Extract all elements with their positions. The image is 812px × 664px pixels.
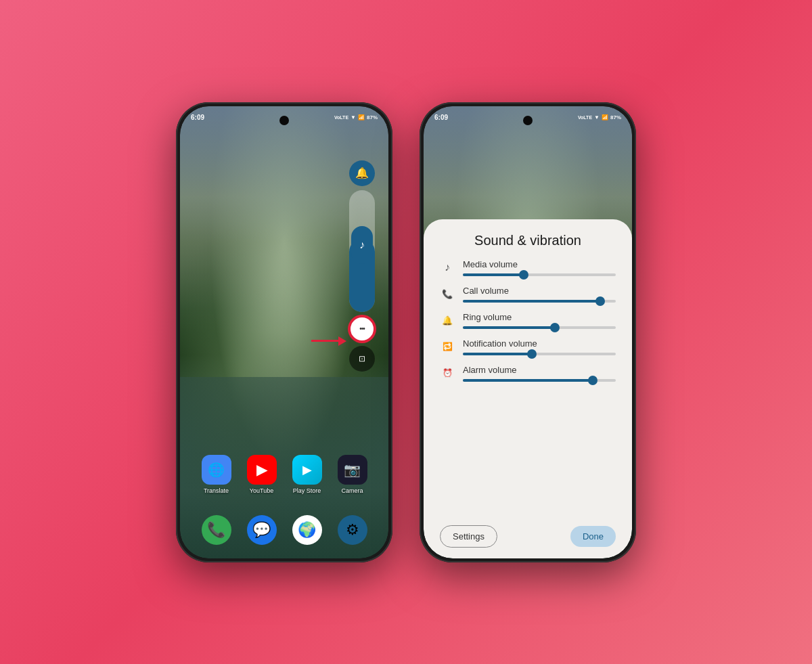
ring-volume-fill [463, 326, 555, 329]
call-volume-slider[interactable] [463, 300, 616, 303]
translate-label: Translate [204, 487, 229, 494]
volte-icon: VoLTE [334, 115, 348, 120]
media-volume-slider[interactable] [463, 273, 616, 276]
volume-thumb[interactable]: ♪ [351, 226, 373, 264]
app-row-1: 🌐 Translate ▶ YouTube ▶ Play Store [180, 455, 388, 494]
alarm-volume-slider[interactable] [463, 379, 616, 382]
playstore-icon-bg: ▶ [292, 455, 322, 485]
status-bar-2: 6:09 VoLTE ▼ 📶 87% [424, 106, 632, 125]
notification-volume-icon: 🔁 [440, 342, 455, 351]
alarm-volume-row: ⏰ Alarm volume [440, 365, 616, 382]
signal-icon-2: 📶 [602, 114, 608, 120]
playstore-icon: ▶ [302, 462, 312, 477]
ring-volume-thumb[interactable] [550, 323, 560, 332]
notification-volume-fill [463, 353, 532, 355]
messages-icon: 💬 [252, 521, 271, 539]
ring-volume-slider[interactable] [463, 326, 616, 329]
ring-volume-content: Ring volume [463, 312, 616, 329]
sound-panel-footer: Settings Done [440, 520, 616, 548]
captions-icon: ⊡ [359, 354, 365, 363]
notification-volume-slider[interactable] [463, 353, 616, 355]
volte-icon-2: VoLTE [578, 115, 592, 120]
more-dots-icon: ••• [359, 325, 365, 332]
ring-volume-icon: 🔔 [440, 315, 455, 326]
media-volume-icon: ♪ [440, 261, 455, 273]
status-time-1: 6:09 [191, 114, 204, 121]
phone-1: 6:09 VoLTE ▼ 📶 87% 🔔 ♪ [176, 102, 392, 562]
settings-icon-bg: ⚙ [338, 515, 367, 545]
call-volume-content: Call volume [463, 286, 616, 303]
notification-volume-thumb[interactable] [527, 349, 537, 359]
camera-label: Camera [341, 487, 363, 494]
media-volume-label: Media volume [463, 259, 616, 269]
ring-volume-label: Ring volume [463, 312, 616, 322]
camera-icon-bg: 📷 [338, 455, 367, 485]
app-camera[interactable]: 📷 Camera [338, 455, 367, 494]
app-settings[interactable]: ⚙ [338, 515, 367, 545]
youtube-icon: ▶ [256, 462, 267, 478]
messages-icon-bg: 💬 [247, 515, 277, 545]
arrow-head [338, 336, 346, 346]
volume-bell-button[interactable]: 🔔 [349, 160, 375, 186]
notification-volume-label: Notification volume [463, 338, 616, 349]
playstore-label: Play Store [293, 487, 321, 494]
phone-call-icon: 📞 [207, 521, 225, 539]
sound-panel-title: Sound & vibration [440, 233, 616, 248]
arrow-indicator [311, 336, 346, 346]
call-volume-fill [463, 300, 600, 303]
media-volume-thumb[interactable] [519, 270, 528, 280]
phone-2: 6:09 VoLTE ▼ 📶 87% Sound & vibration ♪ M… [420, 102, 636, 562]
alarm-volume-fill [463, 379, 593, 382]
camera-icon: 📷 [344, 462, 361, 478]
settings-button[interactable]: Settings [440, 525, 497, 548]
app-translate[interactable]: 🌐 Translate [202, 455, 231, 494]
app-playstore[interactable]: ▶ Play Store [292, 455, 322, 494]
media-volume-fill [463, 273, 524, 276]
app-youtube[interactable]: ▶ YouTube [247, 455, 277, 494]
notification-volume-content: Notification volume [463, 338, 616, 355]
music-note-icon: ♪ [359, 239, 365, 251]
youtube-icon-bg: ▶ [247, 455, 277, 485]
youtube-label: YouTube [250, 487, 273, 494]
settings-gear-icon: ⚙ [346, 521, 359, 539]
ring-volume-row: 🔔 Ring volume [440, 312, 616, 329]
status-bar-1: 6:09 VoLTE ▼ 📶 87% [180, 106, 388, 125]
notification-volume-row: 🔁 Notification volume [440, 338, 616, 355]
phone-icon-bg: 📞 [202, 515, 231, 545]
volume-panel: 🔔 ♪ ••• ⊡ [349, 160, 375, 372]
call-volume-icon: 📞 [440, 289, 455, 299]
status-time-2: 6:09 [434, 114, 448, 121]
chrome-icon-bg: 🌍 [292, 515, 322, 545]
app-dock: 📞 💬 🌍 ⚙ [180, 515, 388, 545]
app-messages[interactable]: 💬 [247, 515, 277, 545]
chrome-icon: 🌍 [298, 521, 316, 539]
battery-icon: 87% [367, 114, 378, 120]
sound-vibration-panel: Sound & vibration ♪ Media volume 📞 [424, 219, 632, 558]
call-volume-thumb[interactable] [595, 296, 605, 306]
battery-icon-2: 87% [610, 114, 621, 120]
app-chrome[interactable]: 🌍 [292, 515, 322, 545]
call-volume-row: 📞 Call volume [440, 286, 616, 303]
bell-icon: 🔔 [355, 167, 369, 179]
signal-icon: 📶 [358, 114, 365, 120]
media-volume-row: ♪ Media volume [440, 259, 616, 276]
alarm-volume-icon: ⏰ [440, 368, 455, 378]
volume-captions-button[interactable]: ⊡ [349, 346, 375, 372]
volume-track[interactable]: ♪ [349, 190, 375, 312]
done-button[interactable]: Done [570, 526, 616, 547]
status-icons-2: VoLTE ▼ 📶 87% [578, 114, 621, 120]
call-volume-label: Call volume [463, 286, 616, 296]
media-volume-content: Media volume [463, 259, 616, 276]
translate-icon: 🌐 [208, 462, 225, 478]
status-icons-1: VoLTE ▼ 📶 87% [334, 114, 378, 120]
alarm-volume-thumb[interactable] [588, 376, 597, 385]
wifi-icon-2: ▼ [594, 114, 600, 120]
arrow-line [311, 340, 338, 342]
volume-more-button[interactable]: ••• [349, 316, 375, 342]
alarm-volume-content: Alarm volume [463, 365, 616, 382]
wifi-icon: ▼ [351, 114, 356, 120]
alarm-volume-label: Alarm volume [463, 365, 616, 375]
translate-icon-bg: 🌐 [202, 455, 231, 485]
app-phone[interactable]: 📞 [202, 515, 231, 545]
